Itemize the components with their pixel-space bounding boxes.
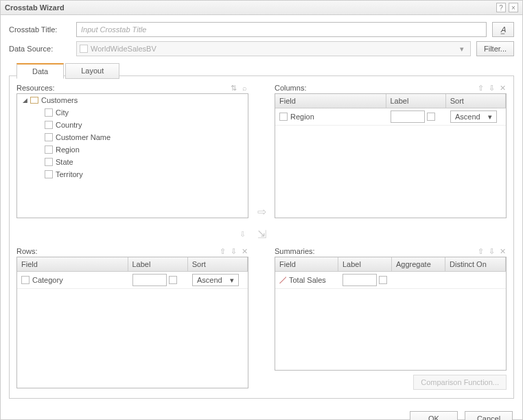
cube-icon [80, 45, 88, 53]
help-icon[interactable]: ? [496, 3, 506, 12]
rows-row[interactable]: Category Ascend▾ [17, 272, 248, 289]
sort-icon[interactable]: ⇅ [229, 84, 237, 92]
rows-label: Rows: [16, 247, 38, 255]
sum-field-header: Field [275, 257, 338, 271]
sum-label-header: Label [338, 257, 392, 271]
summaries-label: Summaries: [275, 247, 315, 255]
columns-row[interactable]: Region Ascend▾ [275, 108, 506, 126]
move-diag-icon[interactable]: ⇲ [251, 224, 272, 244]
resources-label: Resources: [16, 84, 55, 92]
rows-grid[interactable]: Field Label Sort Category Ascend▾ [16, 257, 248, 388]
remove-icon[interactable]: ✕ [498, 247, 507, 255]
move-down-icon[interactable]: ⇩ [487, 84, 496, 92]
cancel-button[interactable]: Cancel [465, 411, 513, 420]
row-label-header: Label [128, 257, 188, 271]
tree-root-customers[interactable]: ◢ Customers [17, 94, 248, 106]
resources-tree[interactable]: ◢ Customers City Country Customer Name R… [16, 93, 248, 218]
remove-icon[interactable]: ✕ [498, 84, 507, 92]
title-bar: Crosstab Wizard ? × [1, 1, 522, 15]
tree-item[interactable]: Territory [17, 168, 248, 180]
row-sort-header: Sort [188, 257, 248, 271]
move-down-icon[interactable]: ⇩ [229, 247, 237, 255]
field-icon [45, 145, 53, 154]
window-title: Crosstab Wizard [5, 3, 65, 12]
folder-icon [30, 97, 38, 104]
move-right-icon[interactable]: ⇨ [251, 84, 272, 221]
chevron-down-icon: ▾ [456, 45, 467, 54]
crosstab-wizard-dialog: Crosstab Wizard ? × Crosstab Title: A̲ D… [0, 0, 523, 420]
summaries-row[interactable]: Total Sales [275, 272, 506, 289]
checkbox[interactable] [379, 276, 387, 284]
measure-icon [279, 277, 286, 283]
field-icon [21, 276, 30, 284]
tab-data[interactable]: Data [16, 63, 64, 79]
row-field-header: Field [17, 257, 128, 271]
move-down-icon[interactable]: ⇩ [240, 230, 246, 239]
comparison-function-button[interactable]: Comparison Function... [413, 375, 507, 390]
sum-agg-header: Aggregate [392, 257, 445, 271]
collapse-icon[interactable]: ◢ [23, 97, 27, 104]
sum-distinct-header: Distinct On [445, 257, 506, 271]
tree-item[interactable]: City [17, 106, 248, 119]
data-source-value: WorldWideSalesBV [91, 45, 454, 53]
tree-item[interactable]: Customer Name [17, 131, 248, 143]
columns-label: Columns: [275, 84, 306, 92]
data-source-select[interactable]: WorldWideSalesBV ▾ [76, 41, 471, 56]
label-input[interactable] [132, 274, 167, 286]
sort-select[interactable]: Ascend▾ [192, 274, 239, 286]
field-icon [45, 133, 53, 141]
ok-button[interactable]: OK [410, 411, 458, 420]
field-icon [45, 158, 53, 166]
close-icon[interactable]: × [509, 3, 518, 12]
label-input[interactable] [391, 110, 425, 123]
field-icon [45, 170, 53, 178]
search-icon[interactable]: ⌕ [240, 84, 248, 92]
col-label-header: Label [386, 94, 446, 108]
move-up-icon[interactable]: ⇧ [476, 84, 485, 92]
move-down-icon[interactable]: ⇩ [487, 247, 496, 255]
crosstab-title-label: Crosstab Title: [9, 25, 71, 34]
tree-item[interactable]: Region [17, 143, 248, 156]
checkbox[interactable] [169, 276, 177, 284]
label-input[interactable] [342, 274, 377, 286]
checkbox[interactable] [427, 113, 435, 121]
col-sort-header: Sort [446, 94, 506, 108]
filter-button[interactable]: Filter... [476, 41, 514, 56]
field-icon [45, 121, 53, 129]
field-icon [279, 113, 288, 121]
col-field-header: Field [275, 94, 386, 108]
move-up-icon[interactable]: ⇧ [218, 247, 226, 255]
tab-layout[interactable]: Layout [65, 63, 119, 79]
tree-item[interactable]: State [17, 156, 248, 168]
summaries-grid[interactable]: Field Label Aggregate Distinct On Total … [275, 257, 507, 371]
columns-grid[interactable]: Field Label Sort Region Ascend▾ [275, 93, 507, 218]
crosstab-title-input[interactable] [76, 22, 487, 37]
font-button[interactable]: A̲ [492, 22, 514, 37]
remove-icon[interactable]: ✕ [240, 247, 248, 255]
data-source-label: Data Source: [9, 45, 71, 53]
tree-item[interactable]: Country [17, 119, 248, 131]
move-up-icon[interactable]: ⇧ [476, 247, 485, 255]
field-icon [45, 108, 53, 117]
sort-select[interactable]: Ascend▾ [450, 110, 497, 123]
